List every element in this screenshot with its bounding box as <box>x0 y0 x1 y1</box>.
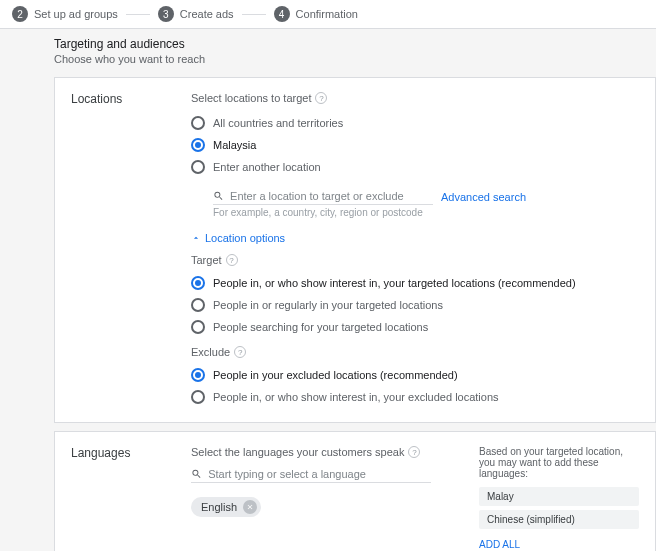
radio-label: All countries and territories <box>213 117 343 129</box>
page-header: Targeting and audiences Choose who you w… <box>0 29 656 73</box>
radio-all-countries[interactable]: All countries and territories <box>191 112 639 134</box>
locations-card: Locations Select locations to target ? A… <box>54 77 656 423</box>
radio-label: People in your excluded locations (recom… <box>213 369 458 381</box>
step-separator <box>242 14 266 15</box>
step-label: Confirmation <box>296 8 358 20</box>
search-icon <box>191 468 202 480</box>
search-icon <box>213 190 224 202</box>
location-search-row: Advanced search <box>213 188 639 205</box>
language-search-input[interactable] <box>208 468 431 480</box>
toggle-label: Location options <box>205 232 285 244</box>
target-title: Target ? <box>191 254 639 266</box>
languages-card: Languages Select the languages your cust… <box>54 431 656 551</box>
radio-icon <box>191 390 205 404</box>
radio-target-in[interactable]: People in or regularly in your targeted … <box>191 294 639 316</box>
advanced-search-link[interactable]: Advanced search <box>441 191 526 203</box>
step-2[interactable]: 2 Set up ad groups <box>12 6 118 22</box>
step-label: Set up ad groups <box>34 8 118 20</box>
help-icon[interactable]: ? <box>408 446 420 458</box>
radio-icon <box>191 276 205 290</box>
radio-label: People in, or who show interest in, your… <box>213 391 499 403</box>
title-text: Select the languages your customers spea… <box>191 446 404 458</box>
aside-text: Based on your targeted location, you may… <box>479 446 639 479</box>
radio-exclude-interest[interactable]: People in, or who show interest in, your… <box>191 386 639 408</box>
radio-icon <box>191 320 205 334</box>
language-suggestion[interactable]: Malay <box>479 487 639 506</box>
help-icon[interactable]: ? <box>234 346 246 358</box>
radio-icon <box>191 160 205 174</box>
stepper: 2 Set up ad groups 3 Create ads 4 Confir… <box>0 0 656 29</box>
location-options-toggle[interactable]: Location options <box>191 232 639 244</box>
languages-aside: Based on your targeted location, you may… <box>479 446 639 550</box>
step-badge: 4 <box>274 6 290 22</box>
language-suggestion[interactable]: Chinese (simplified) <box>479 510 639 529</box>
page-subtitle: Choose who you want to reach <box>54 53 656 65</box>
radio-icon <box>191 368 205 382</box>
help-icon[interactable]: ? <box>315 92 327 104</box>
language-search-wrap <box>191 466 431 483</box>
subtitle-text: Exclude <box>191 346 230 358</box>
step-3[interactable]: 3 Create ads <box>158 6 234 22</box>
language-chip[interactable]: English <box>191 497 261 517</box>
step-label: Create ads <box>180 8 234 20</box>
locations-body: Select locations to target ? All countri… <box>191 92 639 408</box>
help-icon[interactable]: ? <box>226 254 238 266</box>
title-text: Select locations to target <box>191 92 311 104</box>
radio-label: Enter another location <box>213 161 321 173</box>
radio-label: People in or regularly in your targeted … <box>213 299 443 311</box>
step-badge: 3 <box>158 6 174 22</box>
locations-select-title: Select locations to target ? <box>191 92 639 104</box>
radio-label: People in, or who show interest in, your… <box>213 277 576 289</box>
step-separator <box>126 14 150 15</box>
radio-target-searching[interactable]: People searching for your targeted locat… <box>191 316 639 338</box>
location-search-input[interactable] <box>230 190 433 202</box>
page-title: Targeting and audiences <box>54 37 656 51</box>
close-icon[interactable] <box>243 500 257 514</box>
card-label: Locations <box>71 92 191 408</box>
radio-target-interest[interactable]: People in, or who show interest in, your… <box>191 272 639 294</box>
chip-label: English <box>201 501 237 513</box>
radio-icon <box>191 298 205 312</box>
radio-icon <box>191 138 205 152</box>
chevron-up-icon <box>191 233 201 243</box>
languages-body: Select the languages your customers spea… <box>191 446 467 550</box>
radio-country[interactable]: Malaysia <box>191 134 639 156</box>
location-hint: For example, a country, city, region or … <box>213 207 639 218</box>
radio-exclude-in[interactable]: People in your excluded locations (recom… <box>191 364 639 386</box>
radio-label: Malaysia <box>213 139 256 151</box>
exclude-title: Exclude ? <box>191 346 639 358</box>
add-all-button[interactable]: ADD ALL <box>479 539 520 550</box>
radio-icon <box>191 116 205 130</box>
radio-label: People searching for your targeted locat… <box>213 321 428 333</box>
location-search-wrap <box>213 188 433 205</box>
radio-enter-location[interactable]: Enter another location <box>191 156 639 178</box>
languages-select-title: Select the languages your customers spea… <box>191 446 467 458</box>
card-label: Languages <box>71 446 191 550</box>
step-4[interactable]: 4 Confirmation <box>274 6 358 22</box>
subtitle-text: Target <box>191 254 222 266</box>
step-badge: 2 <box>12 6 28 22</box>
